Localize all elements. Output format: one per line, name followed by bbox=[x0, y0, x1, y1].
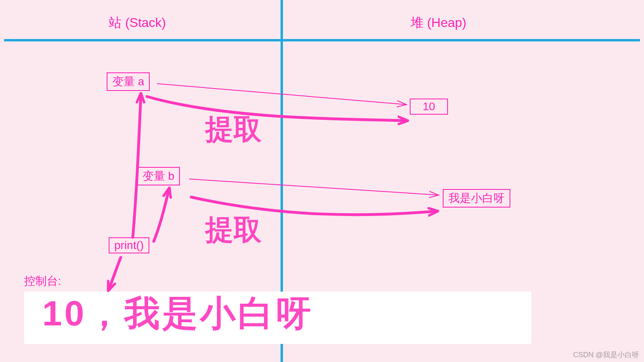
arrow-print-to-console bbox=[109, 257, 121, 290]
arrow-print-to-a bbox=[133, 95, 141, 237]
arrow-print-to-b bbox=[154, 189, 169, 241]
variable-a-box: 变量 a bbox=[107, 72, 150, 91]
heap-header: 堆 (Heap) bbox=[411, 14, 466, 32]
console-label: 控制台: bbox=[24, 274, 61, 289]
watermark: CSDN @我是小白呀 bbox=[573, 350, 639, 360]
stack-header: 站 (Stack) bbox=[109, 14, 166, 32]
heap-value-b-box: 我是小白呀 bbox=[443, 189, 510, 208]
heap-value-a-box: 10 bbox=[410, 99, 448, 115]
extract-annotation-2: 提取 bbox=[205, 211, 262, 249]
print-box: print() bbox=[109, 237, 149, 253]
console-output-handwriting: 10，我是小白呀 bbox=[42, 290, 314, 337]
extract-annotation-1: 提取 bbox=[205, 111, 262, 148]
arrow-b-to-str-thin bbox=[189, 179, 439, 195]
arrow-a-to-10-thick bbox=[147, 97, 407, 121]
arrow-a-to-10-thin bbox=[157, 84, 407, 105]
variable-b-box: 变量 b bbox=[137, 167, 180, 185]
